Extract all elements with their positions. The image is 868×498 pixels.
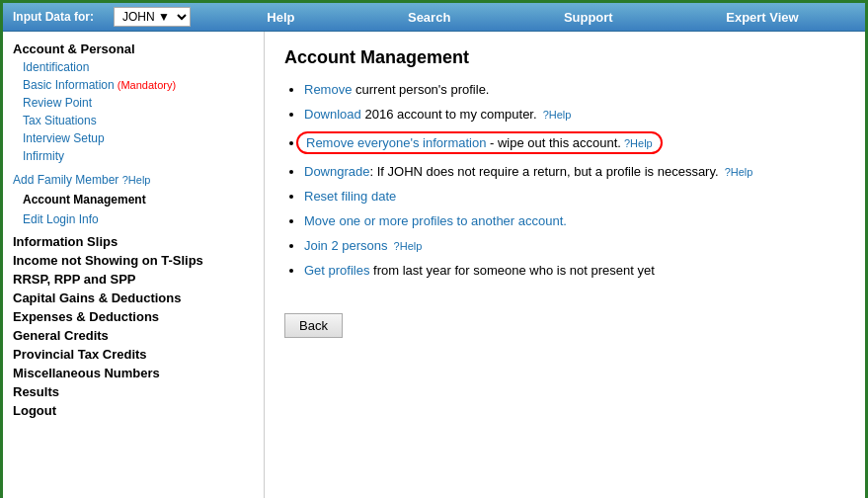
sidebar-item-miscellaneous-numbers[interactable]: Miscellaneous Numbers (3, 364, 264, 382)
content-link-get-profiles[interactable]: Get profiles (304, 263, 369, 278)
sidebar-item-infirmity[interactable]: Infirmity (3, 147, 264, 165)
content-list: Remove current person's profile.Download… (284, 82, 845, 278)
help-badge-remove-everyone[interactable]: ?Help (624, 137, 653, 149)
help-badge-download-account[interactable]: ?Help (540, 109, 572, 121)
sidebar-item-interview-setup[interactable]: Interview Setup (3, 129, 264, 147)
content-link-remove-everyone[interactable]: Remove everyone's information (306, 135, 486, 150)
back-button[interactable]: Back (284, 313, 343, 338)
user-select[interactable]: JOHN ▼ (114, 7, 191, 27)
content-link-move-profiles[interactable]: Move one or more profiles to another acc… (304, 213, 567, 228)
sidebar-section2: Information SlipsIncome not Showing on T… (3, 232, 264, 420)
page-title: Account Management (284, 47, 845, 68)
sidebar-add-family-row: Add Family Member ?Help (3, 169, 264, 189)
content-link-join-persons[interactable]: Join 2 persons (304, 238, 388, 253)
sidebar-item-basic-information[interactable]: Basic Information (3, 76, 264, 94)
content-area: Account Management Remove current person… (265, 32, 865, 498)
sidebar-item-review-point[interactable]: Review Point (3, 94, 264, 112)
sidebar-item-capital-gains--deductions[interactable]: Capital Gains & Deductions (3, 289, 264, 307)
sidebar-item-information-slips[interactable]: Information Slips (3, 232, 264, 251)
sidebar-item-results[interactable]: Results (3, 382, 264, 401)
content-link-reset-filing[interactable]: Reset filing date (304, 189, 396, 204)
sidebar: Account & Personal Identification Basic … (3, 32, 265, 498)
list-item-remove-profile: Remove current person's profile. (304, 82, 845, 97)
nav-support[interactable]: Support (564, 10, 613, 25)
add-family-help[interactable]: ?Help (122, 174, 151, 186)
list-item-remove-everyone: Remove everyone's information - wipe out… (304, 131, 845, 154)
sidebar-item-general-credits[interactable]: General Credits (3, 326, 264, 345)
sidebar-item-identification[interactable]: Identification (3, 58, 264, 76)
nav-help[interactable]: Help (267, 10, 294, 25)
sidebar-item-income-not-showing-on-t-slips[interactable]: Income not Showing on T-Slips (3, 251, 264, 270)
list-item-move-profiles: Move one or more profiles to another acc… (304, 213, 845, 228)
sidebar-item-rrsp-rpp-and-spp[interactable]: RRSP, RPP and SPP (3, 270, 264, 289)
sidebar-add-family-link[interactable]: Add Family Member (13, 173, 118, 187)
help-badge-downgrade[interactable]: ?Help (722, 166, 753, 178)
list-item-download-account: Download 2016 account to my computer. ?H… (304, 107, 845, 122)
help-badge-join-persons[interactable]: ?Help (391, 240, 423, 252)
content-link-download-account[interactable]: Download (304, 107, 361, 122)
top-nav: Help Search Support Expert View (210, 10, 855, 25)
highlight-wrapper: Remove everyone's information - wipe out… (296, 131, 663, 154)
sidebar-item-logout[interactable]: Logout (3, 401, 264, 420)
input-label: Input Data for: (13, 10, 94, 24)
list-item-get-profiles: Get profiles from last year for someone … (304, 263, 845, 278)
content-link-downgrade[interactable]: Downgrade (304, 164, 370, 179)
sidebar-item-expenses--deductions[interactable]: Expenses & Deductions (3, 307, 264, 326)
nav-search[interactable]: Search (408, 10, 450, 25)
list-item-join-persons: Join 2 persons ?Help (304, 238, 845, 253)
main-layout: Account & Personal Identification Basic … (3, 32, 865, 498)
top-bar: Input Data for: JOHN ▼ Help Search Suppo… (3, 3, 865, 32)
sidebar-account-management[interactable]: Account Management (13, 191, 254, 208)
sidebar-item-provincial-tax-credits[interactable]: Provincial Tax Credits (3, 345, 264, 364)
content-link-remove-profile[interactable]: Remove (304, 82, 352, 97)
list-item-reset-filing: Reset filing date (304, 189, 845, 204)
sidebar-section-personal: Account & Personal (3, 40, 264, 58)
nav-expert-view[interactable]: Expert View (726, 10, 798, 25)
list-item-downgrade: Downgrade: If JOHN does not require a re… (304, 164, 845, 179)
sidebar-edit-login[interactable]: Edit Login Info (3, 210, 264, 228)
sidebar-item-tax-situations[interactable]: Tax Situations (3, 112, 264, 129)
